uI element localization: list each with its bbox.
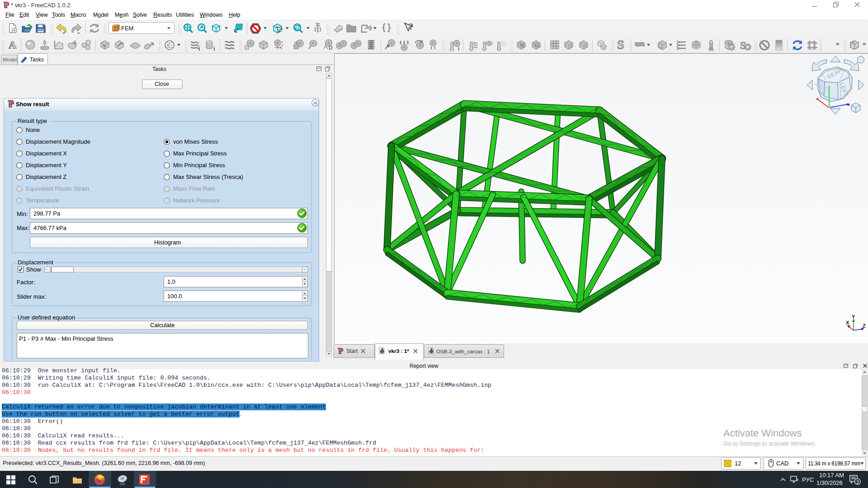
svg-text:2: 2 [857, 480, 859, 485]
svg-text:N: N [519, 42, 524, 49]
svg-text:i: i [198, 45, 200, 51]
svg-text:G: G [534, 42, 539, 49]
svg-text:i: i [213, 45, 215, 51]
svg-text:S: S [617, 38, 624, 51]
svg-text:Z: Z [863, 323, 866, 328]
svg-text:A: A [9, 39, 17, 50]
svg-text:X: X [846, 320, 849, 325]
svg-text:Y: Y [852, 314, 855, 319]
svg-text:D: D [329, 45, 333, 50]
svg-text:i: i [458, 46, 459, 51]
